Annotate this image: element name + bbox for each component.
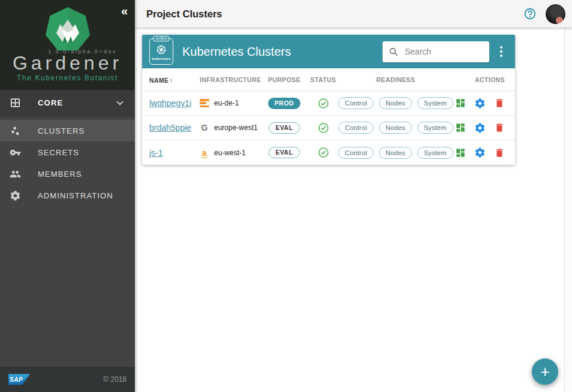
people-icon <box>10 168 21 180</box>
page-title: Project Clusters <box>146 8 222 20</box>
delete-button[interactable] <box>494 98 505 108</box>
column-header-status: STATUS <box>304 76 342 83</box>
table-row: js-1 a eu-west-1 EVAL Control N <box>142 140 515 165</box>
dashboard-icon <box>455 122 466 133</box>
gcp-icon: G <box>200 123 209 132</box>
grid-icon <box>10 97 21 108</box>
column-header-readiness: READINESS <box>342 76 449 83</box>
status-ok-icon <box>318 122 329 134</box>
sidebar-section-core[interactable]: CORE <box>0 90 135 116</box>
sort-asc-icon: ↑ <box>170 77 173 84</box>
topbar-actions <box>523 4 565 24</box>
column-header-name[interactable]: NAME↑ <box>149 74 200 85</box>
help-icon[interactable] <box>523 7 537 20</box>
sap-logo-text: SAP <box>8 376 23 383</box>
kubernetes-label: kubernetes <box>152 57 170 61</box>
openstack-icon <box>200 99 209 107</box>
settings-button[interactable] <box>474 147 486 158</box>
sidebar-item-clusters[interactable]: CLUSTERS <box>0 120 135 141</box>
core-section-label: CORE <box>38 98 63 107</box>
clusters-icon <box>10 125 21 137</box>
card-header: certified kubernetes <box>142 35 515 68</box>
dashboard-icon <box>455 147 466 158</box>
purpose-badge: EVAL <box>269 147 299 158</box>
gear-icon <box>474 122 486 134</box>
dashboard-button[interactable] <box>455 98 466 108</box>
table-row: lwqhpegv1i eu-de-1 PROD Control <box>142 91 515 116</box>
search-box <box>383 41 489 62</box>
sidebar-item-secrets[interactable]: SECRETS <box>0 141 135 163</box>
status-ok-icon <box>318 147 329 158</box>
sidebar-item-label: MEMBERS <box>38 170 82 179</box>
column-header-infrastructure: INFRASTRUCTURE <box>200 76 264 83</box>
more-menu-icon[interactable] <box>495 44 508 59</box>
topbar: Project Clusters <box>135 0 572 28</box>
certified-label: certified <box>153 36 169 41</box>
content-area: certified kubernetes <box>135 28 564 392</box>
brand-name: Gardener <box>0 54 135 72</box>
dashboard-icon <box>455 98 466 108</box>
copyright-label: © 2018 <box>103 375 127 384</box>
avatar[interactable] <box>546 4 565 24</box>
sap-logo: SAP <box>8 374 30 385</box>
sidebar-footer: SAP © 2018 <box>0 367 135 392</box>
cluster-name-link[interactable]: brdah5ppie <box>149 123 191 132</box>
trash-icon <box>494 147 505 158</box>
sidebar-branding: « 1.5.0-alpha.0+dev Gardener The Kuberne… <box>0 0 135 90</box>
sidebar-item-administration[interactable]: ADMINISTRATION <box>0 185 135 206</box>
gear-icon <box>10 190 21 201</box>
card-title: Kubernetes Clusters <box>182 45 291 59</box>
sidebar-item-label: CLUSTERS <box>38 126 85 135</box>
certified-kubernetes-badge: certified kubernetes <box>149 38 173 65</box>
table-header: NAME↑ INFRASTRUCTURE PURPOSE STATUS READ… <box>142 68 515 91</box>
sidebar-item-members[interactable]: MEMBERS <box>0 163 135 185</box>
status-ok-icon <box>318 98 329 109</box>
trash-icon <box>494 98 505 108</box>
purpose-badge: PROD <box>268 98 300 109</box>
sidebar-item-label: ADMINISTRATION <box>38 191 113 200</box>
sidebar-item-label: SECRETS <box>38 148 79 157</box>
sidebar: « 1.5.0-alpha.0+dev Gardener The Kuberne… <box>0 0 135 392</box>
column-header-purpose: PURPOSE <box>264 76 304 83</box>
readiness-chip: Nodes <box>379 147 412 159</box>
region-label: eu-west-1 <box>214 149 246 157</box>
gardener-logo <box>45 7 91 53</box>
readiness-chip: System <box>417 147 453 159</box>
dashboard-button[interactable] <box>455 147 466 158</box>
region-label: eu-de-1 <box>214 99 239 107</box>
dashboard-button[interactable] <box>455 122 466 133</box>
readiness-chip: Control <box>338 147 374 159</box>
delete-button[interactable] <box>494 147 505 158</box>
main-area: Project Clusters certified <box>135 0 572 392</box>
search-icon <box>389 47 399 57</box>
brand-tagline: The Kubernetes Botanist <box>0 74 135 82</box>
readiness-chip: Nodes <box>379 97 412 109</box>
readiness-chip: Control <box>338 122 374 134</box>
clusters-card: certified kubernetes <box>142 35 515 165</box>
delete-button[interactable] <box>494 122 505 133</box>
cluster-name-link[interactable]: js-1 <box>149 148 163 158</box>
add-cluster-button[interactable]: + <box>532 358 558 385</box>
readiness-chip: Control <box>338 97 374 109</box>
settings-button[interactable] <box>474 122 486 134</box>
gardener-dashboard: « 1.5.0-alpha.0+dev Gardener The Kuberne… <box>0 0 572 392</box>
cluster-name-link[interactable]: lwqhpegv1i <box>149 98 191 108</box>
sidebar-menu: CLUSTERS SECRETS MEMBERS ADMINISTRATION <box>0 116 135 206</box>
kubernetes-wheel-icon <box>155 43 168 56</box>
purpose-badge: EVAL <box>269 122 299 134</box>
collapse-sidebar-icon[interactable]: « <box>121 4 128 18</box>
gear-icon <box>474 147 486 158</box>
table-row: brdah5ppie G europe-west1 EVAL Control <box>142 116 515 140</box>
readiness-chip: System <box>417 97 453 109</box>
readiness-chip: System <box>417 122 453 134</box>
chevron-down-icon <box>115 98 125 108</box>
trash-icon <box>494 122 505 133</box>
readiness-chip: Nodes <box>379 122 412 134</box>
key-icon <box>10 147 21 158</box>
aws-icon: a <box>200 148 209 158</box>
gear-icon <box>474 98 486 109</box>
settings-button[interactable] <box>474 98 486 109</box>
scrollbar[interactable] <box>564 28 572 392</box>
region-label: europe-west1 <box>214 123 258 132</box>
search-input[interactable] <box>405 47 477 56</box>
